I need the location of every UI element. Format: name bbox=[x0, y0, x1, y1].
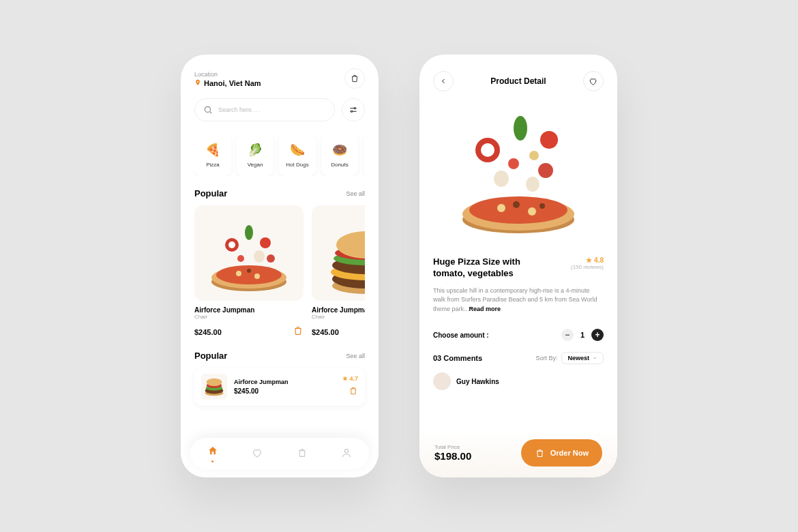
tab-bar bbox=[190, 438, 369, 469]
chevron-down-icon bbox=[592, 355, 597, 361]
svg-point-40 bbox=[538, 163, 553, 178]
svg-point-7 bbox=[254, 274, 260, 279]
bag-icon bbox=[297, 447, 308, 458]
list-item[interactable]: Airforce Jumpman $245.00 ★ 4.7 bbox=[194, 368, 365, 406]
svg-point-12 bbox=[260, 237, 271, 248]
category-donuts[interactable]: 🍩Donuts bbox=[321, 134, 358, 176]
comment-item[interactable]: Guy Hawkins bbox=[433, 372, 604, 390]
amount-label: Choose amount : bbox=[433, 331, 489, 339]
price: $245.00 bbox=[312, 328, 339, 336]
filter-button[interactable] bbox=[342, 98, 365, 121]
svg-point-42 bbox=[526, 177, 540, 192]
category-vegan[interactable]: 🥬Vegan bbox=[237, 134, 274, 176]
svg-point-0 bbox=[205, 106, 210, 112]
category-salad[interactable]: 🥗Sa bbox=[364, 134, 365, 176]
svg-point-33 bbox=[528, 207, 536, 216]
amount-value: 1 bbox=[580, 331, 585, 339]
section-popular-title: Popular bbox=[194, 188, 227, 198]
heart-icon bbox=[589, 77, 597, 86]
add-bag-icon[interactable] bbox=[342, 386, 358, 398]
quantity-stepper: − 1 + bbox=[561, 329, 604, 341]
see-all-link[interactable]: See all bbox=[346, 190, 365, 197]
svg-point-10 bbox=[228, 241, 235, 248]
svg-point-14 bbox=[267, 254, 275, 263]
svg-point-27 bbox=[207, 379, 222, 386]
home-icon bbox=[207, 447, 218, 458]
category-list: 🍕Pizza 🥬Vegan 🌭Hot Dogs 🍩Donuts 🥗Sa bbox=[194, 134, 365, 176]
svg-point-35 bbox=[540, 203, 545, 209]
section-popular-title-2: Popular bbox=[194, 351, 227, 361]
svg-point-2 bbox=[351, 110, 353, 112]
page-title: Product Detail bbox=[490, 76, 546, 86]
product-name: Huge Pizza Size with tomato, vegetables bbox=[433, 256, 549, 280]
svg-point-32 bbox=[497, 204, 505, 212]
product-card[interactable]: Airforce Jumpman Chair $245.00 bbox=[194, 205, 304, 338]
tab-profile[interactable] bbox=[341, 447, 352, 460]
search-icon bbox=[203, 105, 213, 115]
avatar bbox=[433, 372, 451, 390]
hotdog-icon: 🌭 bbox=[290, 143, 305, 158]
total-price-value: $198.00 bbox=[434, 450, 471, 462]
svg-point-15 bbox=[237, 255, 244, 262]
order-now-button[interactable]: Order Now bbox=[521, 439, 602, 467]
total-price-label: Total Price bbox=[434, 444, 471, 450]
category-hotdogs[interactable]: 🌭Hot Dogs bbox=[279, 134, 316, 176]
read-more-link[interactable]: Read more bbox=[469, 306, 501, 312]
svg-point-13 bbox=[254, 250, 265, 263]
svg-point-31 bbox=[469, 196, 567, 224]
svg-point-44 bbox=[529, 151, 539, 160]
svg-point-6 bbox=[236, 271, 241, 276]
svg-point-39 bbox=[540, 131, 558, 149]
bag-icon bbox=[350, 74, 359, 83]
add-bag-icon[interactable] bbox=[293, 325, 304, 338]
sliders-icon bbox=[349, 105, 358, 115]
svg-point-1 bbox=[354, 108, 355, 109]
category-pizza[interactable]: 🍕Pizza bbox=[194, 134, 231, 176]
commenter-name: Guy Hawkins bbox=[456, 378, 499, 385]
svg-point-34 bbox=[513, 201, 520, 208]
product-image bbox=[194, 205, 304, 301]
search-input[interactable]: Search here. . . bbox=[194, 98, 335, 121]
back-button[interactable] bbox=[433, 71, 454, 91]
checkout-bar: Total Price $198.00 Order Now bbox=[419, 428, 617, 477]
review-count: (150 reviews) bbox=[571, 264, 604, 270]
pizza-icon: 🍕 bbox=[205, 143, 220, 158]
chevron-left-icon bbox=[439, 77, 447, 85]
tab-cart[interactable] bbox=[297, 447, 308, 460]
sort-select[interactable]: Newest bbox=[561, 352, 604, 364]
svg-point-8 bbox=[247, 269, 251, 273]
svg-point-41 bbox=[494, 171, 509, 187]
price: $245.00 bbox=[194, 328, 222, 336]
bag-button[interactable] bbox=[344, 68, 365, 89]
product-hero-image bbox=[433, 95, 604, 252]
svg-point-43 bbox=[508, 158, 519, 169]
minus-button[interactable]: − bbox=[561, 329, 574, 341]
sort-label: Sort By: bbox=[535, 355, 557, 361]
heart-icon bbox=[252, 447, 263, 458]
bag-icon bbox=[535, 448, 545, 458]
list-thumb bbox=[201, 374, 227, 400]
leaf-icon: 🥬 bbox=[248, 143, 263, 158]
location-value: Hanoi, Viet Nam bbox=[204, 79, 261, 87]
product-image bbox=[312, 205, 365, 301]
comments-count: 03 Comments bbox=[433, 354, 482, 362]
rating: ★ 4.8 bbox=[571, 256, 604, 264]
favorite-button[interactable] bbox=[583, 71, 604, 91]
search-placeholder: Search here. . . bbox=[218, 106, 261, 113]
product-description: This upscale hill in a contemporary high… bbox=[433, 286, 604, 314]
svg-point-37 bbox=[481, 143, 494, 157]
see-all-link-2[interactable]: See all bbox=[346, 353, 365, 359]
location-label: Location bbox=[194, 71, 365, 78]
svg-point-38 bbox=[514, 116, 527, 141]
tab-favorites[interactable] bbox=[252, 447, 263, 460]
tab-home[interactable] bbox=[207, 445, 218, 462]
pin-icon bbox=[194, 79, 201, 87]
svg-point-11 bbox=[245, 225, 253, 240]
product-card[interactable]: Airforce Jumpman Chair $245.00 bbox=[312, 205, 365, 338]
user-icon bbox=[341, 447, 352, 458]
plus-button[interactable]: + bbox=[591, 329, 604, 341]
donut-icon: 🍩 bbox=[332, 143, 347, 158]
svg-point-28 bbox=[345, 449, 349, 452]
rating: ★ 4.7 bbox=[342, 375, 358, 382]
location-row[interactable]: Hanoi, Viet Nam bbox=[194, 79, 365, 87]
